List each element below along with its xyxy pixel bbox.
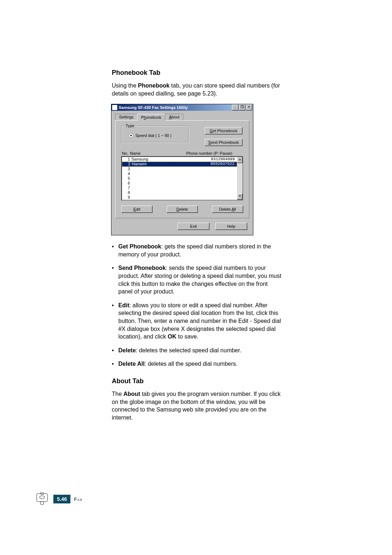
edit-post: dit: [136, 207, 140, 211]
footer-section-label: Fax: [74, 497, 82, 502]
col-header-name: Name: [130, 151, 186, 155]
cell-name: Samsung: [131, 157, 180, 162]
cell-no: 4: [123, 171, 131, 176]
b5-bold: Delete All: [118, 361, 144, 367]
cell-phone: [180, 195, 236, 200]
col-header-phone: Phone number (P: Pause): [186, 151, 242, 155]
close-button[interactable]: ×: [246, 105, 252, 110]
list-scrollbar[interactable]: ▴ ▾: [237, 157, 242, 200]
get-phonebook-button[interactable]: Get Phonebook: [205, 127, 242, 134]
cell-phone: [180, 186, 236, 190]
get-post: et Phonebook: [213, 129, 237, 133]
cell-no: 7: [123, 186, 131, 190]
svg-rect-0: [37, 494, 48, 502]
cell-no: 5: [123, 176, 131, 181]
list-item: Edit: allows you to store or edit a spee…: [112, 301, 282, 341]
table-row[interactable]: 2 Hansem 0552637522: [122, 162, 237, 167]
cell-no: 3: [123, 167, 131, 171]
cell-name: [131, 195, 180, 200]
scroll-up-icon[interactable]: ▴: [237, 157, 242, 163]
about-bold: About: [123, 391, 140, 397]
table-row[interactable]: 5: [122, 176, 237, 181]
svg-rect-2: [41, 502, 44, 505]
list-header: No. Name Phone number (P: Pause): [121, 151, 243, 155]
cell-phone: 0552637522: [180, 162, 236, 166]
tab-phonebook-post: onebook: [146, 115, 161, 119]
cell-name: [131, 190, 180, 195]
list-item: Send Phonebook: sends the speed dial num…: [112, 264, 282, 295]
rightbtns: Get Phonebook Send Phonebook: [205, 127, 242, 146]
b5-text: : deletes all the speed dial numbers.: [144, 361, 237, 367]
table-row[interactable]: 1 Samsung 0312004099: [122, 157, 237, 162]
edit-button[interactable]: Edit: [121, 206, 152, 213]
b3-text: : allows you to store or edit a speed di…: [118, 302, 281, 340]
list-item: Get Phonebook: gets the speed dial numbe…: [112, 243, 282, 258]
cell-no: 9: [123, 195, 131, 200]
cell-phone: [180, 190, 236, 195]
page-number-badge: 5.46: [53, 495, 70, 503]
cell-phone: [180, 171, 236, 176]
restore-button[interactable]: ❐: [239, 105, 245, 110]
list-rows: 1 Samsung 0312004099 2 Hansem 0552637522…: [122, 157, 237, 200]
tabpanel-phonebook: Type Speed dial ( 1 ~ 90 ) Get Phonebook…: [115, 120, 249, 218]
edit-u: E: [134, 207, 136, 211]
list-item: Delete All: deletes all the speed dial n…: [112, 360, 282, 368]
window-controls: _ ❐ ×: [232, 105, 252, 110]
delete-post: elete: [179, 207, 188, 211]
cell-name: [131, 171, 180, 176]
phonebook-tab-heading: Phonebook Tab: [112, 69, 282, 77]
dialog-bottom-buttons: Exit Help: [111, 221, 253, 235]
table-row[interactable]: 7: [122, 186, 237, 190]
phonebook-intro: Using the Phonebook tab, you can store s…: [112, 82, 282, 97]
table-row[interactable]: 4: [122, 171, 237, 176]
type-legend-post: ype: [128, 123, 134, 128]
tab-phonebook-pre: P: [141, 115, 144, 119]
radio-dot-icon: [129, 133, 133, 138]
table-row[interactable]: 9: [122, 195, 237, 200]
window-title: Samsung SF-430 Fax Settings Utility: [119, 105, 232, 110]
delete-all-button[interactable]: Delete All: [212, 206, 243, 213]
b3-bold2: OK: [168, 333, 176, 340]
cell-no: 1: [123, 157, 131, 162]
exit-button[interactable]: Exit: [177, 223, 209, 230]
cell-no: 6: [123, 181, 131, 186]
delete-button[interactable]: Delete: [167, 206, 198, 213]
table-row[interactable]: 3: [122, 167, 237, 171]
b4-bold: Delete: [118, 347, 136, 353]
help-button[interactable]: Help: [215, 223, 247, 230]
speed-dial-radio[interactable]: Speed dial ( 1 ~ 90 ): [129, 133, 184, 138]
cell-name: Hansem: [132, 162, 180, 166]
tab-about-post: bout: [172, 115, 179, 119]
send-post: end Phonebook: [211, 140, 239, 145]
app-icon: [112, 105, 117, 110]
cell-name: [131, 167, 180, 171]
type-groupbox: Type Speed dial ( 1 ~ 90 ): [121, 126, 189, 142]
footer: 5.46 Fax: [34, 492, 82, 506]
deleteall-post: ll: [234, 207, 236, 211]
tabstrip: Settings Phonebook About: [111, 111, 253, 120]
scroll-track[interactable]: [237, 163, 242, 194]
tab-about[interactable]: About: [165, 114, 183, 120]
table-row[interactable]: 6: [122, 181, 237, 186]
b2-bold: Send Phonebook: [118, 265, 166, 271]
cell-name: [131, 181, 180, 186]
delete-u: D: [176, 207, 179, 211]
speed-dial-list[interactable]: 1 Samsung 0312004099 2 Hansem 0552637522…: [121, 156, 243, 200]
cell-name: [131, 186, 180, 190]
tab-settings[interactable]: Settings: [115, 114, 138, 120]
scroll-down-icon[interactable]: ▾: [237, 194, 242, 200]
cell-no: 8: [123, 190, 131, 195]
fax-settings-dialog: Samsung SF-430 Fax Settings Utility _ ❐ …: [111, 104, 253, 235]
minimize-button[interactable]: _: [232, 105, 238, 110]
list-item: Delete: deletes the selected speed dial …: [112, 347, 282, 355]
b1-bold: Get Phonebook: [118, 243, 161, 250]
action-row: Edit Delete Delete All: [121, 206, 243, 213]
cell-phone: [180, 176, 236, 181]
fax-device-icon: [34, 492, 50, 506]
table-row[interactable]: 8: [122, 190, 237, 195]
send-phonebook-button[interactable]: Send Phonebook: [205, 139, 242, 146]
tab-phonebook[interactable]: Phonebook: [137, 114, 166, 121]
about-pre: The: [112, 391, 123, 397]
b4-text: : deletes the selected speed dial number…: [136, 347, 241, 353]
cell-phone: [180, 167, 236, 171]
